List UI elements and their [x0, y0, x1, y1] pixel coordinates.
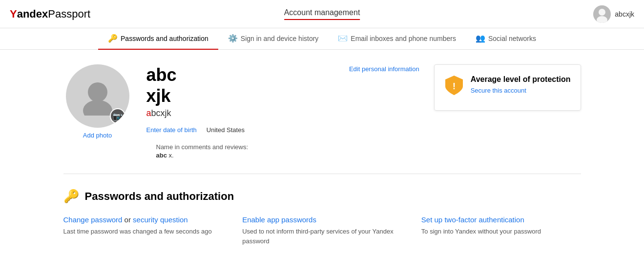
profile-meta: Enter date of birth United States Name i…	[146, 126, 349, 159]
logo-andex: andex	[17, 8, 48, 20]
two-factor-auth-link[interactable]: Set up two-factor authentication	[421, 215, 524, 224]
camera-button[interactable]: 📷	[110, 108, 125, 124]
tab-email-label: Email inboxes and phone numbers	[351, 35, 456, 42]
user-avatar-svg	[593, 5, 611, 23]
main-content: 📷 Add photo abc xjk abcxjk Enter date of…	[54, 50, 591, 260]
gear-icon: ⚙️	[228, 34, 238, 43]
pwd-col-2-desc: Used to not inform third-party services …	[242, 227, 402, 246]
key-section-icon: 🔑	[63, 189, 79, 204]
tab-email[interactable]: ✉️ Email inboxes and phone numbers	[328, 28, 466, 50]
account-management-title: Account management	[284, 8, 360, 20]
security-question-link[interactable]: security question	[133, 215, 188, 224]
svg-point-3	[88, 82, 107, 102]
login-suffix: bcxjk	[151, 108, 171, 118]
country: United States	[207, 126, 245, 134]
pwd-col-3: Set up two-factor authentication To sign…	[421, 215, 581, 246]
profile-info: abc xjk abcxjk Enter date of birth Unite…	[146, 64, 349, 159]
pwd-col-1-desc: Last time password was changed a few sec…	[63, 227, 223, 236]
change-password-link[interactable]: Change password	[63, 215, 123, 224]
tab-signin[interactable]: ⚙️ Sign in and device history	[218, 28, 329, 50]
section-title: Passwords and authorization	[85, 190, 234, 203]
envelope-icon: ✉️	[338, 34, 348, 43]
name-comments-bold: abc	[156, 152, 167, 159]
add-photo-link[interactable]: Add photo	[83, 132, 112, 139]
name-in-comments: Name in comments and reviews: abc x.	[156, 143, 249, 159]
name-comments-label: Name in comments and reviews:	[156, 143, 249, 151]
pwd-col-1-title: Change password or security question	[63, 215, 223, 224]
svg-point-4	[83, 100, 112, 116]
tab-passwords[interactable]: 🔑 Passwords and authorization	[98, 28, 218, 50]
protection-info: Average level of protection Secure this …	[471, 75, 571, 94]
pwd-col-3-desc: To sign into Yandex without your passwor…	[421, 227, 581, 236]
header-user[interactable]: abcxjk	[593, 5, 634, 23]
profile-info-area: abc xjk abcxjk Enter date of birth Unite…	[146, 64, 419, 159]
edit-personal-information-link[interactable]: Edit personal information	[349, 64, 419, 73]
svg-text:!: !	[453, 81, 456, 91]
pwd-col-1: Change password or security question Las…	[63, 215, 223, 246]
tab-passwords-label: Passwords and authorization	[121, 35, 208, 42]
pwd-col-2-title: Enable app passwords	[242, 215, 402, 224]
date-of-birth-link[interactable]: Enter date of birth	[146, 126, 197, 134]
profile-first-name: abc	[146, 65, 177, 85]
login-a: a	[146, 108, 151, 118]
protection-title: Average level of protection	[471, 75, 571, 85]
logo[interactable]: Yandex Passport	[10, 8, 90, 20]
name-comments-rest: x.	[167, 152, 174, 159]
profile-login: abcxjk	[146, 108, 349, 118]
enable-app-passwords-link[interactable]: Enable app passwords	[242, 215, 316, 224]
social-icon: 👥	[476, 34, 485, 43]
pwd-col-2: Enable app passwords Used to not inform …	[242, 215, 402, 246]
shield-svg: !	[444, 75, 464, 96]
nav-tabs: 🔑 Passwords and authorization ⚙️ Sign in…	[0, 28, 644, 50]
protection-card: ! Average level of protection Secure thi…	[434, 64, 581, 111]
avatar-person-svg	[78, 77, 117, 116]
profile-last-name: xjk	[146, 86, 171, 106]
shield-icon: !	[444, 75, 464, 100]
avatar	[593, 5, 611, 23]
profile-name: abc xjk	[146, 64, 349, 106]
pwd-or-text: or	[125, 215, 133, 224]
header-center: Account management	[284, 8, 360, 20]
header-username: abcxjk	[615, 10, 634, 18]
svg-point-1	[599, 9, 605, 16]
passwords-grid: Change password or security question Las…	[63, 215, 581, 246]
tab-social-label: Social networks	[488, 35, 536, 42]
camera-icon: 📷	[113, 112, 123, 121]
profile-section: 📷 Add photo abc xjk abcxjk Enter date of…	[63, 64, 581, 159]
section-divider	[63, 174, 581, 174]
section-heading: 🔑 Passwords and authorization	[63, 189, 581, 204]
profile-row: abc xjk abcxjk Enter date of birth Unite…	[146, 64, 419, 159]
secure-account-link[interactable]: Secure this account	[471, 87, 571, 94]
tab-social[interactable]: 👥 Social networks	[466, 28, 546, 50]
name-comments-value: abc x.	[156, 152, 249, 159]
logo-passport: Passport	[48, 8, 90, 20]
avatar-circle: 📷	[66, 64, 129, 128]
key-icon: 🔑	[108, 34, 118, 43]
header: Yandex Passport Account management abcxj…	[0, 0, 644, 28]
avatar-container: 📷 Add photo	[63, 64, 132, 139]
passwords-section: 🔑 Passwords and authorization Change pas…	[63, 189, 581, 246]
logo-y: Y	[10, 8, 17, 20]
tab-signin-label: Sign in and device history	[241, 35, 319, 42]
pwd-col-3-title: Set up two-factor authentication	[421, 215, 581, 224]
